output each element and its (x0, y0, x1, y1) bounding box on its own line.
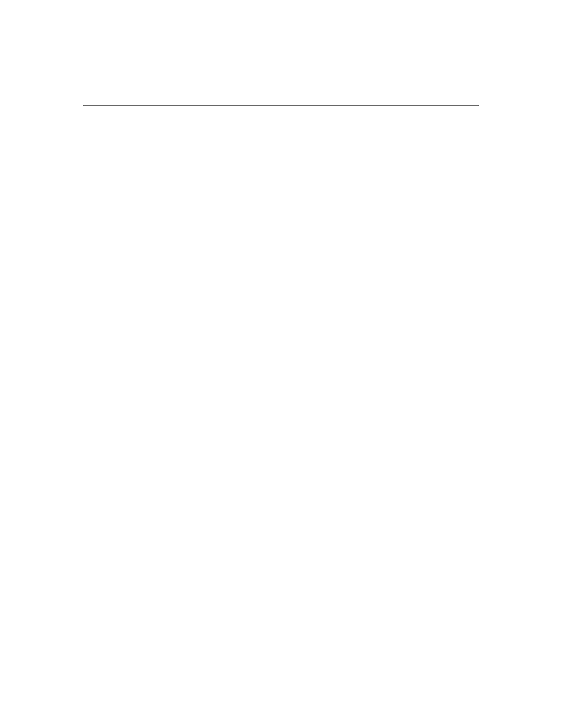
horizontal-divider (83, 105, 479, 106)
